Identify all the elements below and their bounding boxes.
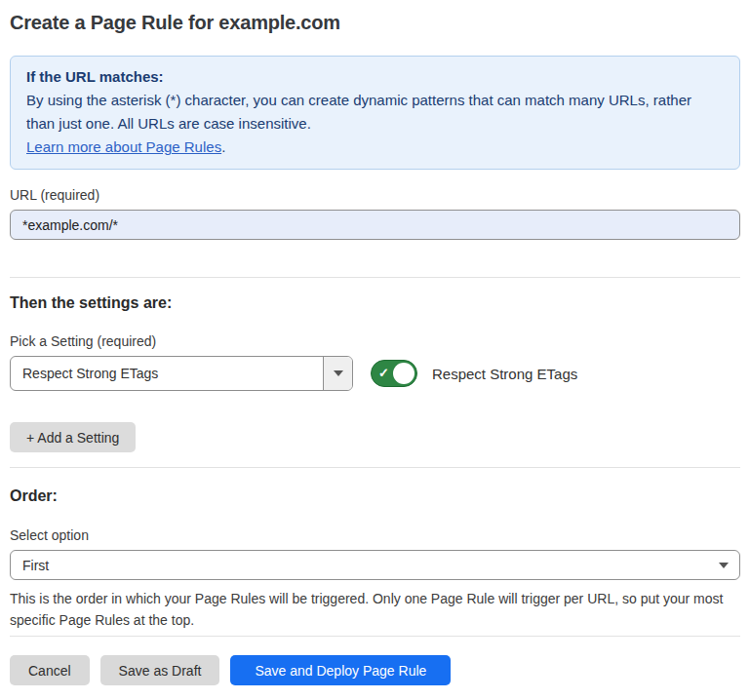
order-section-heading: Order: xyxy=(10,487,740,505)
settings-section-heading: Then the settings are: xyxy=(10,294,740,312)
order-select[interactable]: First xyxy=(10,550,740,580)
setting-dropdown-arrow-button[interactable] xyxy=(323,357,352,390)
order-help-text: This is the order in which your Page Rul… xyxy=(10,588,737,631)
footer-divider xyxy=(10,636,740,637)
save-and-deploy-button[interactable]: Save and Deploy Page Rule xyxy=(230,655,451,685)
url-match-info-box: If the URL matches: By using the asteris… xyxy=(10,56,740,170)
setting-toggle-group: ✓ Respect Strong ETags xyxy=(371,360,577,387)
setting-dropdown-value: Respect Strong ETags xyxy=(11,357,323,390)
setting-dropdown[interactable]: Respect Strong ETags xyxy=(10,356,353,391)
chevron-down-icon xyxy=(719,563,729,568)
url-field-label: URL (required) xyxy=(10,187,740,203)
checkmark-icon: ✓ xyxy=(378,367,389,379)
order-select-label: Select option xyxy=(10,527,740,543)
url-input[interactable] xyxy=(10,210,740,240)
save-as-draft-button[interactable]: Save as Draft xyxy=(100,655,220,685)
info-box-link-line: Learn more about Page Rules. xyxy=(26,136,724,159)
add-setting-button[interactable]: + Add a Setting xyxy=(10,422,136,452)
toggle-knob xyxy=(393,363,414,384)
footer-actions: Cancel Save as Draft Save and Deploy Pag… xyxy=(10,655,740,685)
section-divider xyxy=(10,277,740,278)
learn-more-link[interactable]: Learn more about Page Rules xyxy=(26,138,221,155)
page-title: Create a Page Rule for example.com xyxy=(10,12,740,34)
section-divider xyxy=(10,467,740,468)
link-period: . xyxy=(221,138,225,155)
setting-toggle[interactable]: ✓ xyxy=(371,360,417,387)
chevron-down-icon xyxy=(334,370,343,376)
page-rule-form: Create a Page Rule for example.com If th… xyxy=(0,12,750,685)
info-box-body: By using the asterisk (*) character, you… xyxy=(26,89,724,136)
setting-row: Respect Strong ETags ✓ Respect Strong ET… xyxy=(10,356,740,391)
pick-setting-label: Pick a Setting (required) xyxy=(10,333,740,349)
order-select-value: First xyxy=(22,558,49,573)
setting-toggle-label: Respect Strong ETags xyxy=(432,366,577,382)
info-box-heading: If the URL matches: xyxy=(26,65,724,89)
cancel-button[interactable]: Cancel xyxy=(10,655,90,685)
